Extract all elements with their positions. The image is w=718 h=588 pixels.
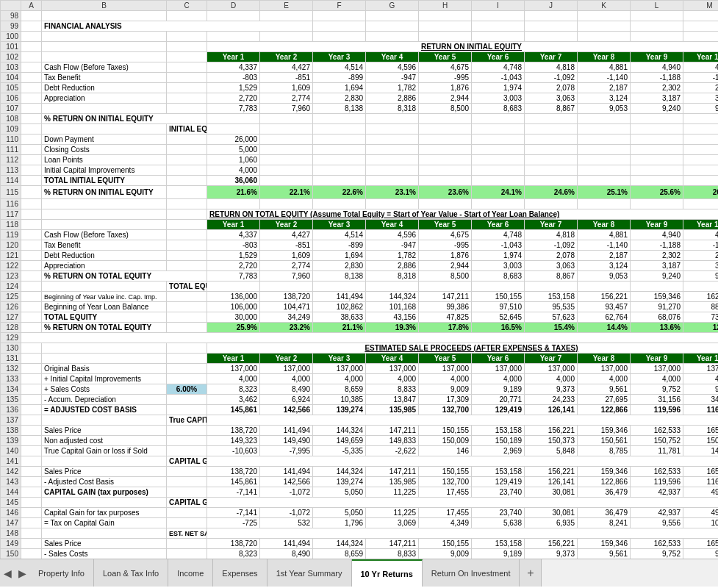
col-h-header[interactable]: H <box>419 1 472 11</box>
row-142: 142 <box>1 467 21 477</box>
cell-a145 <box>21 498 42 508</box>
pct-roi-y8: 25.1% <box>578 186 631 199</box>
cell-i124 <box>472 282 525 292</box>
tab-income[interactable]: Income <box>168 559 213 587</box>
cell-g110 <box>366 135 419 145</box>
orig-basis-y10: 137,000 <box>683 364 719 374</box>
col-a-header[interactable]: A <box>21 1 42 11</box>
tab-scroll-left[interactable]: ◀ <box>0 559 15 587</box>
adj-basis-y8: 122,866 <box>578 405 631 415</box>
cell-b104: Tax Benefit <box>42 73 167 83</box>
cell-i108 <box>472 114 525 124</box>
tcg-y6: 2,969 <box>472 446 525 456</box>
cell-a149 <box>21 539 42 549</box>
total-eq-y7: 57,623 <box>525 312 578 323</box>
tab-income-label: Income <box>177 569 204 578</box>
tb-y3: -899 <box>313 73 366 83</box>
col-k-header[interactable]: K <box>578 1 631 11</box>
sales-cost-y5: 9,009 <box>419 384 472 395</box>
cell-b149: Sales Price <box>42 539 167 549</box>
row-113: 113 <box>1 165 21 176</box>
col-l-header[interactable]: L <box>631 1 683 11</box>
total-initial-equity-val: 36,060 <box>207 176 260 186</box>
cell-h114 <box>419 176 472 186</box>
row-132: 132 <box>1 364 21 374</box>
table-row: 125 Beginning of Year Value inc. Cap. Im… <box>1 292 719 302</box>
tab-expenses[interactable]: Expenses <box>213 559 267 587</box>
pct-roi-y2: 22.1% <box>260 186 313 199</box>
cell-m114 <box>683 176 719 186</box>
cell-m112 <box>683 155 719 165</box>
row-136: 136 <box>1 405 21 415</box>
cg-y2: -1,072 <box>260 487 313 498</box>
rot-cf-y10: 4,992 <box>683 230 719 240</box>
adj-basis-y2: 142,566 <box>260 405 313 415</box>
cell-a121 <box>21 251 42 261</box>
rot-cf-y3: 4,514 <box>313 230 366 240</box>
col-f-header[interactable]: F <box>313 1 366 11</box>
col-d-header[interactable]: D <box>207 1 260 11</box>
tab-1st-year-summary[interactable]: 1st Year Summary <box>268 559 352 587</box>
cg-y3: 5,050 <box>313 487 366 498</box>
rot-tb-y10: -1,237 <box>683 240 719 251</box>
cell-c103 <box>167 62 207 73</box>
cell-b134: + Sales Costs <box>42 384 167 395</box>
cell-g108 <box>366 114 419 124</box>
cell-c112 <box>167 155 207 165</box>
table-row: 142 Sales Price 138,720 141,494 144,324 … <box>1 467 719 477</box>
row-99: 99 <box>1 21 21 32</box>
tab-return-on-investment-label: Return On Investment <box>431 569 511 578</box>
cell-a98 <box>21 11 42 21</box>
cell-a137 <box>21 415 42 426</box>
cell-g98 <box>366 11 419 21</box>
cell-h113 <box>419 165 472 176</box>
tcgt-y5: 4,349 <box>419 518 472 528</box>
col-g-header[interactable]: G <box>366 1 419 11</box>
tab-loan-tax-info[interactable]: Loan & Tax Info <box>94 559 168 587</box>
rot-app-y3: 2,830 <box>313 261 366 271</box>
cell-d98 <box>207 11 260 21</box>
col-j-header[interactable]: J <box>525 1 578 11</box>
cell-h99 <box>419 21 472 32</box>
year6-header-rot: Year 6 <box>472 220 525 230</box>
col-m-header[interactable]: M <box>683 1 719 11</box>
row-135: 135 <box>1 395 21 405</box>
tab-scroll-right[interactable]: ▶ <box>15 559 29 587</box>
tab-property-info[interactable]: Property Info <box>29 559 94 587</box>
tcg-y7: 5,848 <box>525 446 578 456</box>
cell-c119 <box>167 230 207 240</box>
scn-y1: 8,323 <box>207 549 260 559</box>
data-table: A B C D E F G H I J K L M 98 <box>0 0 718 559</box>
cell-b143: - Adjusted Cost Basis <box>42 477 167 487</box>
cell-a131 <box>21 354 42 364</box>
cell-c104 <box>167 73 207 83</box>
total-equity-label: TOTAL EQUITY: <box>167 282 207 292</box>
cell-b125: Beginning of Year Value inc. Cap. Imp. <box>42 292 167 302</box>
row-106: 106 <box>1 93 21 104</box>
rot-sum-y8: 9,053 <box>578 271 631 282</box>
cell-g109 <box>366 124 419 135</box>
cell-h111 <box>419 145 472 155</box>
pct-rot-y3: 21.1% <box>313 323 366 333</box>
cell-k124 <box>578 282 631 292</box>
pct-rot-y9: 13.6% <box>631 323 683 333</box>
cell-a128 <box>21 323 42 333</box>
cell-c117 <box>167 209 207 220</box>
acbt-y3: 139,274 <box>313 477 366 487</box>
cell-a102 <box>21 52 42 62</box>
year8-header-rot: Year 8 <box>578 220 631 230</box>
tab-10yr-returns[interactable]: 10 Yr Returns <box>352 559 423 587</box>
col-b-header[interactable]: B <box>42 1 167 11</box>
col-i-header[interactable]: I <box>472 1 525 11</box>
cell-c113 <box>167 165 207 176</box>
tab-add-button[interactable]: + <box>520 559 542 587</box>
rot-app-y10: 3,251 <box>683 261 719 271</box>
col-e-header[interactable]: E <box>260 1 313 11</box>
init-cap-y8: 4,000 <box>578 374 631 384</box>
rot-cf-y7: 4,818 <box>525 230 578 240</box>
row-131: 131 <box>1 354 21 364</box>
tab-return-on-investment[interactable]: Return On Investment <box>423 559 520 587</box>
total-eq-y5: 47,825 <box>419 312 472 323</box>
col-c-header[interactable]: C <box>167 1 207 11</box>
year3-header-rot: Year 3 <box>313 220 366 230</box>
